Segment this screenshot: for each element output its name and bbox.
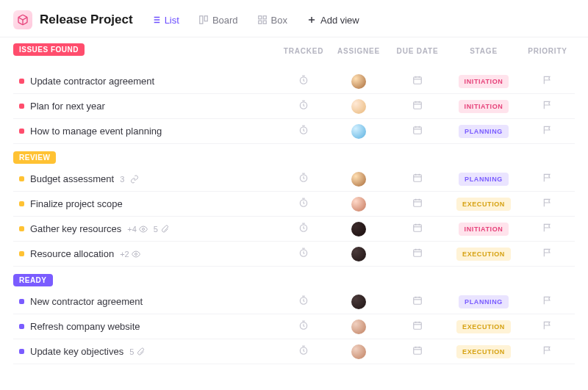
- priority-cell[interactable]: [520, 248, 575, 260]
- assignee-cell[interactable]: [329, 124, 388, 139]
- timer-icon: [298, 75, 309, 87]
- task-row[interactable]: Resource allocation+2 EXECUTION: [13, 242, 575, 267]
- status-dot-icon: [19, 79, 24, 84]
- priority-cell[interactable]: [520, 75, 575, 87]
- task-row[interactable]: New contractor agreementPLANNING: [13, 289, 575, 314]
- priority-cell[interactable]: [520, 345, 575, 358]
- tracked-cell[interactable]: [278, 345, 329, 358]
- tracked-cell[interactable]: [278, 248, 329, 260]
- task-row[interactable]: Gather key resources+4 5 INITIATION: [13, 217, 575, 242]
- stage-cell[interactable]: EXECUTION: [447, 345, 520, 358]
- column-header-duedate[interactable]: DUE DATE: [388, 47, 447, 55]
- view-tab-label: Add view: [320, 15, 359, 26]
- priority-cell[interactable]: [520, 100, 575, 112]
- assignee-cell[interactable]: [329, 319, 388, 334]
- status-dot-icon: [19, 129, 24, 134]
- avatar: [351, 124, 366, 139]
- task-title-cell: Update key objectives5: [13, 346, 278, 357]
- task-title: Budget assessment: [30, 173, 114, 184]
- task-row[interactable]: Finalize project scopeEXECUTION: [13, 192, 575, 217]
- duedate-cell[interactable]: [388, 198, 447, 210]
- task-row[interactable]: Plan for next yearINITIATION: [13, 94, 575, 119]
- section-badge[interactable]: REVIEW: [13, 151, 56, 164]
- priority-cell[interactable]: [520, 125, 575, 137]
- stage-pill: INITIATION: [459, 223, 509, 236]
- assignee-cell[interactable]: [329, 295, 388, 309]
- tracked-cell[interactable]: [278, 223, 329, 235]
- section-badge-issues[interactable]: ISSUES FOUND: [13, 43, 85, 56]
- view-tab-list[interactable]: List: [145, 12, 185, 29]
- tracked-cell[interactable]: [278, 173, 329, 185]
- stage-cell[interactable]: INITIATION: [447, 223, 520, 236]
- stage-cell[interactable]: EXECUTION: [447, 320, 520, 333]
- assignee-cell[interactable]: [329, 172, 388, 187]
- assignee-cell[interactable]: [329, 197, 388, 212]
- duedate-cell[interactable]: [388, 320, 447, 333]
- duedate-cell[interactable]: [388, 125, 447, 137]
- task-title-cell: Refresh company website: [13, 321, 278, 332]
- status-dot-icon: [19, 349, 24, 354]
- task-row[interactable]: Update contractor agreementINITIATION: [13, 69, 575, 94]
- priority-cell[interactable]: [520, 320, 575, 333]
- duedate-cell[interactable]: [388, 345, 447, 358]
- board-icon: [198, 15, 209, 25]
- tracked-cell[interactable]: [278, 75, 329, 87]
- view-tab-board[interactable]: Board: [193, 12, 244, 29]
- column-header-tracked[interactable]: TRACKED: [278, 47, 329, 55]
- column-header-stage[interactable]: STAGE: [447, 47, 520, 55]
- view-tab-label: List: [165, 15, 179, 26]
- duedate-cell[interactable]: [388, 295, 447, 308]
- duedate-cell[interactable]: [388, 248, 447, 260]
- task-title: Gather key resources: [30, 223, 121, 234]
- stage-pill: PLANNING: [459, 295, 509, 308]
- task-row[interactable]: How to manage event planningPLANNING: [13, 119, 575, 144]
- task-row[interactable]: Budget assessment3PLANNING: [13, 167, 575, 192]
- task-row[interactable]: Update key objectives5 EXECUTION: [13, 339, 575, 364]
- view-tab-box[interactable]: Box: [251, 12, 293, 29]
- duedate-cell[interactable]: [388, 100, 447, 112]
- assignee-cell[interactable]: [329, 74, 388, 89]
- task-row[interactable]: Refresh company websiteEXECUTION: [13, 314, 575, 339]
- timer-icon: [298, 295, 309, 308]
- flag-icon: [542, 173, 553, 185]
- status-dot-icon: [19, 251, 24, 256]
- assignee-cell[interactable]: [329, 344, 388, 359]
- svg-rect-10: [263, 16, 266, 19]
- svg-rect-12: [263, 21, 266, 24]
- priority-cell[interactable]: [520, 223, 575, 235]
- column-header-assignee[interactable]: ASSIGNEE: [329, 47, 388, 55]
- assignee-cell[interactable]: [329, 222, 388, 236]
- tracked-cell[interactable]: [278, 198, 329, 210]
- tracked-cell[interactable]: [278, 125, 329, 137]
- section-badge[interactable]: READY: [13, 274, 53, 286]
- svg-rect-58: [414, 322, 422, 329]
- svg-rect-36: [414, 200, 422, 206]
- stage-cell[interactable]: PLANNING: [447, 295, 520, 308]
- column-header-priority[interactable]: PRIORITY: [520, 47, 575, 55]
- tracked-cell[interactable]: [278, 320, 329, 333]
- add-view-button[interactable]: Add view: [301, 12, 365, 29]
- avatar: [351, 74, 366, 89]
- priority-cell[interactable]: [520, 198, 575, 210]
- assignee-cell[interactable]: [329, 247, 388, 261]
- priority-cell[interactable]: [520, 295, 575, 308]
- timer-icon: [298, 100, 309, 112]
- tracked-cell[interactable]: [278, 295, 329, 308]
- avatar: [351, 99, 366, 114]
- stage-cell[interactable]: INITIATION: [447, 75, 520, 88]
- duedate-cell[interactable]: [388, 173, 447, 185]
- priority-cell[interactable]: [520, 173, 575, 185]
- svg-rect-7: [200, 16, 203, 24]
- stage-cell[interactable]: PLANNING: [447, 125, 520, 138]
- stage-cell[interactable]: INITIATION: [447, 100, 520, 113]
- stage-cell[interactable]: PLANNING: [447, 173, 520, 186]
- stage-cell[interactable]: EXECUTION: [447, 248, 520, 261]
- svg-rect-42: [414, 225, 422, 231]
- attachment-count: 5: [154, 225, 169, 234]
- duedate-cell[interactable]: [388, 223, 447, 235]
- stage-cell[interactable]: EXECUTION: [447, 198, 520, 211]
- tracked-cell[interactable]: [278, 100, 329, 112]
- stage-pill: INITIATION: [459, 100, 509, 113]
- assignee-cell[interactable]: [329, 99, 388, 114]
- duedate-cell[interactable]: [388, 75, 447, 87]
